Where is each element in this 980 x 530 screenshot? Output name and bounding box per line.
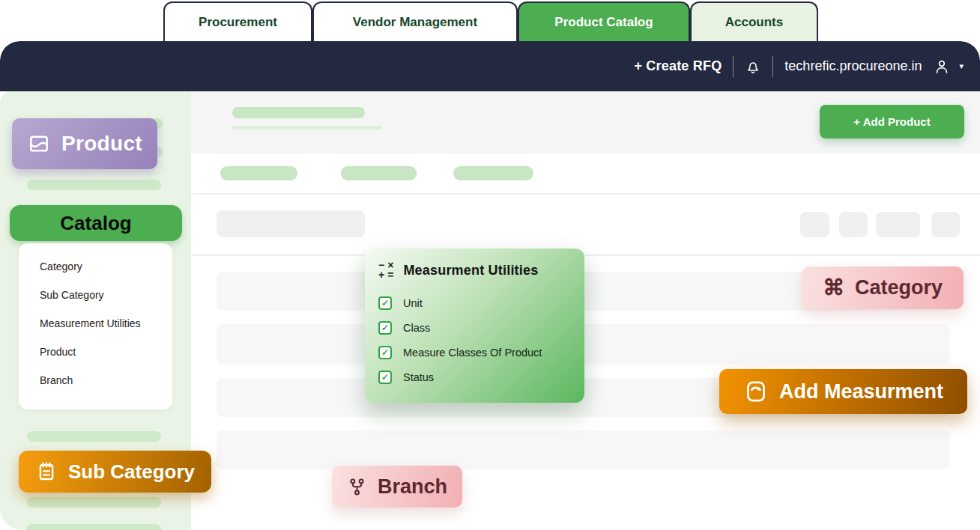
branch-badge-label: Branch xyxy=(378,475,447,499)
tab-accounts[interactable]: Accounts xyxy=(690,1,818,41)
sidebar-skeleton-bar xyxy=(27,180,161,190)
add-measurement-label: Add Measurment xyxy=(779,380,943,403)
branch-badge[interactable]: Branch xyxy=(332,466,462,508)
divider xyxy=(191,193,980,195)
measurement-option-class[interactable]: ✓ Class xyxy=(378,315,571,340)
category-badge-label: Category xyxy=(855,276,943,299)
measurement-option-status[interactable]: ✓ Status xyxy=(378,365,571,389)
product-box-icon xyxy=(27,132,51,156)
category-badge[interactable]: ⌘ Category xyxy=(802,266,964,309)
toolbar-button-skeleton[interactable] xyxy=(876,212,920,237)
measurement-option-unit[interactable]: ✓ Unit xyxy=(378,290,571,315)
toolbar-button-skeleton[interactable] xyxy=(839,212,868,237)
command-icon: ⌘ xyxy=(823,277,844,299)
sidebar-item-category[interactable]: Category xyxy=(19,252,172,281)
measurement-option-label: Unit xyxy=(403,297,423,309)
measurement-option-label: Status xyxy=(403,371,434,383)
navbar-divider xyxy=(733,56,734,77)
checkbox-checked-icon[interactable]: ✓ xyxy=(378,296,392,310)
measurement-option-label: Class xyxy=(403,322,430,334)
measurement-option-label: Measure Classes Of Product xyxy=(403,347,542,359)
app-window: Procurement Vendor Management Product Ca… xyxy=(0,0,980,530)
sub-category-button[interactable]: Sub Category xyxy=(19,451,211,493)
page-title-underline-skeleton xyxy=(232,126,382,130)
top-navbar: + Create RFQ techrefic.procureone.in ▾ xyxy=(0,41,980,91)
catalog-button[interactable]: Catalog xyxy=(10,205,182,241)
tab-product-catalog[interactable]: Product Catalog xyxy=(518,1,690,41)
catalog-button-label: Catalog xyxy=(60,212,131,235)
search-field-skeleton[interactable] xyxy=(217,210,365,237)
filter-tab-skeleton[interactable] xyxy=(220,166,297,180)
product-button-label: Product xyxy=(61,132,142,156)
tenant-domain-link[interactable]: techrefic.procureone.in xyxy=(784,58,922,74)
bell-icon[interactable] xyxy=(745,58,761,75)
notepad-icon xyxy=(35,460,58,483)
math-operations-icon: −×+= xyxy=(378,261,393,280)
sidebar-item-branch[interactable]: Branch xyxy=(19,366,172,395)
navbar-divider xyxy=(772,56,773,77)
toolbar-button-skeleton[interactable] xyxy=(931,212,960,237)
add-measurement-button[interactable]: Add Measurment xyxy=(719,369,967,414)
filter-tab-skeleton[interactable] xyxy=(453,166,533,180)
measurement-card-header: −×+= Measurment Utilities xyxy=(378,261,571,280)
checkbox-checked-icon[interactable]: ✓ xyxy=(378,371,392,384)
page-title-skeleton xyxy=(232,107,365,118)
toolbar-button-skeleton[interactable] xyxy=(800,212,829,237)
sidebar-skeleton-bar xyxy=(27,524,161,530)
sidebar-skeleton-bar xyxy=(27,497,161,508)
sidebar-item-product[interactable]: Product xyxy=(19,338,172,366)
app-frame: + Create RFQ techrefic.procureone.in ▾ xyxy=(0,41,980,530)
measurement-card-title: Measurment Utilities xyxy=(403,263,538,278)
chevron-down-icon[interactable]: ▾ xyxy=(959,61,964,71)
create-rfq-button[interactable]: + Create RFQ xyxy=(634,58,722,74)
measurement-utilities-card: −×+= Measurment Utilities ✓ Unit ✓ Class… xyxy=(365,249,584,403)
sidebar-item-measurement-utilities[interactable]: Measurement Utilities xyxy=(19,309,172,338)
table-row-skeleton xyxy=(217,430,950,469)
tab-procurement[interactable]: Procurement xyxy=(163,1,312,41)
user-profile-icon[interactable] xyxy=(933,58,951,76)
product-button[interactable]: Product xyxy=(12,118,157,169)
catalog-menu-panel: Category Sub Category Measurement Utilit… xyxy=(19,243,172,409)
sub-category-button-label: Sub Category xyxy=(68,460,195,484)
branch-icon xyxy=(347,477,367,497)
scale-icon xyxy=(743,379,769,404)
sidebar-skeleton-bar xyxy=(27,431,161,442)
divider xyxy=(191,255,980,256)
sidebar-item-sub-category[interactable]: Sub Category xyxy=(19,281,172,309)
checkbox-checked-icon[interactable]: ✓ xyxy=(378,321,392,335)
measurement-card-list: ✓ Unit ✓ Class ✓ Measure Classes Of Prod… xyxy=(378,290,571,389)
checkbox-checked-icon[interactable]: ✓ xyxy=(378,346,392,359)
measurement-option-measure-classes[interactable]: ✓ Measure Classes Of Product xyxy=(378,340,571,365)
add-product-button[interactable]: + Add Product xyxy=(820,105,964,138)
tab-vendor-management[interactable]: Vendor Management xyxy=(312,1,518,41)
filter-tab-skeleton[interactable] xyxy=(341,166,417,180)
